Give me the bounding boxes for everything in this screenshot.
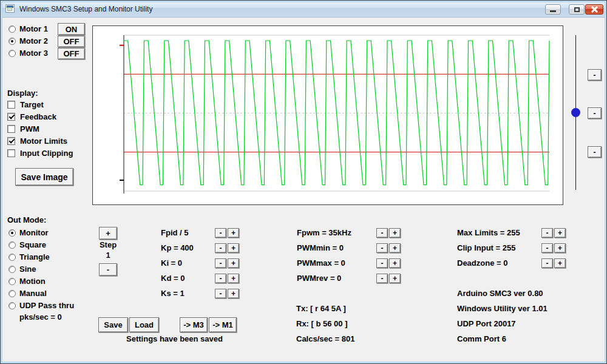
scope-panel [92,25,563,205]
pwmmin-label: PWMmin = 0 [297,243,344,253]
radio-mode-manual[interactable] [8,290,16,297]
ks-plus-button[interactable]: + [228,289,239,298]
pwmmax-plus-button[interactable]: + [389,258,401,268]
step-minus-button[interactable]: - [99,263,117,276]
close-icon [591,6,598,13]
mode-sine-label: Sine [19,265,36,274]
pwmmax-label: PWMmax = 0 [297,258,345,268]
kp-minus-button[interactable]: - [215,243,226,253]
pwmrev-plus-button[interactable]: + [389,274,401,283]
radio-motor-2[interactable] [8,38,16,45]
load-button[interactable]: Load [129,317,159,332]
radio-motor-3[interactable] [8,50,16,57]
ks-label: Ks = 1 [161,289,185,298]
kp-plus-button[interactable]: + [228,243,239,253]
clip-input-minus-button[interactable]: - [541,243,553,253]
save-button[interactable]: Save [98,317,128,332]
to-m3-button[interactable]: -> M3 [180,317,208,332]
to-m1-button[interactable]: -> M1 [209,317,237,332]
pwmmax-minus-button[interactable]: - [376,258,388,268]
deadzone-plus-button[interactable]: + [554,258,566,268]
mode-udp-label: UDP Pass thru [19,301,74,311]
fpwm-label: Fpwm = 35kHz [297,228,351,238]
scope-plot [93,26,563,204]
fpid-label: Fpid / 5 [161,228,189,238]
radio-mode-triangle[interactable] [8,254,16,261]
display-checkbox-3[interactable] [7,137,15,145]
pwmmin-plus-button[interactable]: + [389,243,401,253]
app-window: Windows SMC3 Setup and Monitor Utility M… [0,0,607,364]
motor-1-label: Motor 1 [19,24,48,34]
udp-port: UDP Port 20017 [457,319,516,329]
titlebar[interactable]: Windows SMC3 Setup and Monitor Utility [1,1,606,18]
fpid-plus-button[interactable]: + [228,228,239,238]
minimize-button[interactable] [545,4,561,15]
pwmmin-minus-button[interactable]: - [376,243,388,253]
mode-square-label: Square [19,240,46,250]
radio-mode-monitor[interactable] [8,229,16,237]
tx-status: Tx: [ r 64 5A ] [296,304,346,314]
kd-label: Kd = 0 [161,274,185,283]
display-heading: Display: [7,89,38,98]
fpwm-plus-button[interactable]: + [389,228,401,238]
maximize-icon [574,7,580,12]
close-button[interactable] [585,4,603,15]
side-minus-button-middle[interactable]: - [588,107,602,119]
offset-slider-thumb[interactable] [571,108,580,117]
maximize-button[interactable] [569,4,585,15]
side-minus-button-bottom[interactable]: - [588,146,602,158]
fpwm-minus-button[interactable]: - [376,228,388,238]
kd-minus-button[interactable]: - [215,274,226,283]
clip-input-plus-button[interactable]: + [554,243,566,253]
motor-2-label: Motor 2 [19,36,48,46]
deadzone-minus-button[interactable]: - [541,258,553,268]
window-title: Windows SMC3 Setup and Monitor Utility [19,5,152,13]
radio-mode-sine[interactable] [8,266,16,273]
display-option-pwm: PWM [20,124,39,134]
max-limits-plus-button[interactable]: + [554,228,566,238]
deadzone-label: Deadzone = 0 [457,258,507,268]
ki-plus-button[interactable]: + [228,258,239,268]
max-limits-label: Max Limits = 255 [457,228,520,238]
step-label: Step [97,240,119,250]
display-option-feedback: Feedback [20,112,56,122]
ki-minus-button[interactable]: - [215,258,226,268]
display-option-target: Target [20,100,44,110]
comm-port: Comm Port 6 [457,334,506,344]
radio-mode-square[interactable] [8,241,16,249]
pwmrev-label: PWMrev = 0 [297,274,341,283]
step-value: 1 [97,251,119,260]
display-checkbox-4[interactable] [7,149,15,157]
fpid-minus-button[interactable]: - [215,228,226,238]
motor-3-label: Motor 3 [19,49,48,58]
pwmrev-minus-button[interactable]: - [376,274,388,283]
display-option-motor-limits: Motor Limits [20,136,67,146]
display-option-input-clipping: Input Clipping [20,149,73,158]
mode-motion-label: Motion [19,277,46,286]
radio-mode-motion[interactable] [8,278,16,285]
display-checkbox-1[interactable] [7,113,15,121]
rx-status: Rx: [ b 56 00 ] [296,319,348,329]
save-image-button[interactable]: Save Image [15,168,73,186]
radio-mode-udp[interactable] [8,302,16,309]
side-minus-button-top[interactable]: - [588,69,602,81]
arduino-version: Arduino SMC3 ver 0.80 [457,289,543,298]
calcs-per-sec: Calcs/sec = 801 [296,334,355,344]
motor-2-power-button[interactable]: OFF [58,36,85,47]
motor-1-power-button[interactable]: ON [58,23,85,35]
ks-minus-button[interactable]: - [215,289,226,298]
step-plus-button[interactable]: + [99,227,117,240]
pks-per-sec-label: pks/sec = 0 [19,312,62,322]
minimize-icon [550,10,556,12]
display-checkbox-0[interactable] [7,101,15,109]
radio-motor-1[interactable] [8,25,16,33]
mode-manual-label: Manual [19,289,47,298]
mode-monitor-label: Monitor [19,228,49,238]
max-limits-minus-button[interactable]: - [541,228,553,238]
kd-plus-button[interactable]: + [228,274,239,283]
save-status-text: Settings have been saved [103,334,246,344]
kp-label: Kp = 400 [161,243,194,253]
clip-input-label: Clip Input = 255 [457,243,515,253]
display-checkbox-2[interactable] [7,125,15,133]
motor-3-power-button[interactable]: OFF [58,48,85,59]
